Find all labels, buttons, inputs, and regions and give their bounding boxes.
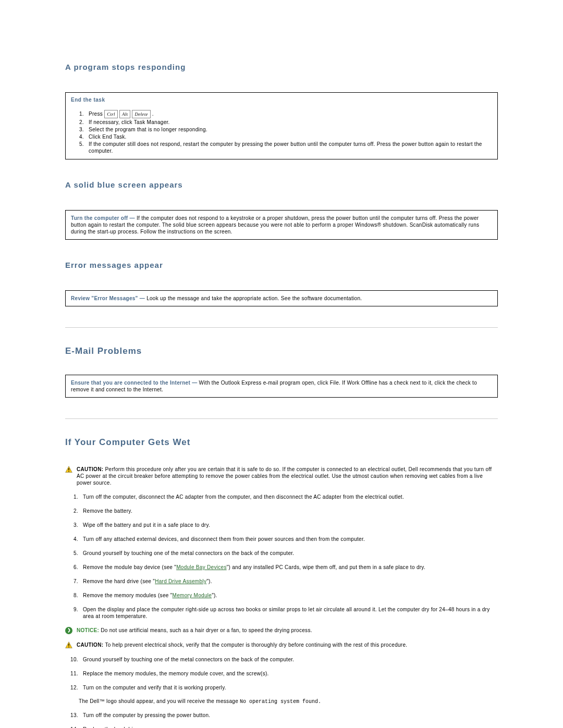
- list-item: Wipe off the battery and put it in a saf…: [80, 522, 498, 528]
- link-hard-drive[interactable]: Hard Drive Assembly: [155, 578, 206, 584]
- wet-steps-3: Turn off the computer by pressing the po…: [65, 712, 498, 728]
- list-item: Replace the memory modules, the memory m…: [80, 670, 498, 677]
- heading-email-problems: E-Mail Problems: [65, 346, 498, 356]
- end-task-steps: Press Ctrl Alt Delete . If necessary, cl…: [71, 110, 492, 154]
- wet-steps-2: Ground yourself by touching one of the m…: [65, 656, 498, 691]
- caution-label: CAUTION:: [77, 642, 105, 648]
- caution-text: To help prevent electrical shock, verify…: [105, 642, 407, 648]
- box-title: End the task: [71, 97, 492, 103]
- list-item: Click End Task.: [85, 133, 492, 140]
- body-text: Look up the message and take the appropr…: [146, 295, 362, 301]
- svg-rect-4: [68, 644, 69, 646]
- key-delete: Delete: [132, 110, 150, 118]
- link-module-bay[interactable]: Module Bay Devices: [176, 564, 227, 570]
- lead-text: Review "Error Messages" —: [71, 295, 146, 301]
- code-text: No operating system found.: [240, 699, 321, 705]
- list-item: Open the display and place the computer …: [80, 606, 498, 620]
- divider: [65, 418, 498, 419]
- key-ctrl: Ctrl: [104, 110, 118, 118]
- list-item: Turn off the computer, disconnect the AC…: [80, 493, 498, 500]
- list-item: Select the program that is no longer res…: [85, 126, 492, 133]
- caution-label: CAUTION:: [77, 466, 105, 472]
- heading-computer-wet: If Your Computer Gets Wet: [65, 437, 498, 448]
- divider: [65, 327, 498, 328]
- list-item: Ground yourself by touching one of the m…: [80, 550, 498, 557]
- list-item: Ground yourself by touching one of the m…: [80, 656, 498, 663]
- notice-callout: NOTICE: Do not use artificial means, suc…: [65, 627, 498, 634]
- list-item: Remove the memory modules (see "Memory M…: [80, 592, 498, 599]
- list-item: Press Ctrl Alt Delete .: [85, 110, 492, 118]
- list-item: If necessary, click Task Manager.: [85, 119, 492, 126]
- caution-icon: [65, 641, 72, 649]
- box-error-msgs: Review "Error Messages" — Look up the me…: [65, 290, 498, 306]
- wet-steps-1: Turn off the computer, disconnect the AC…: [65, 493, 498, 620]
- svg-rect-5: [68, 647, 69, 647]
- heading-program-stops: A program stops responding: [65, 63, 498, 71]
- caution-callout: CAUTION: To help prevent electrical shoc…: [65, 641, 498, 649]
- list-item: Turn on the computer and verify that it …: [80, 684, 498, 691]
- notice-label: NOTICE:: [77, 627, 101, 633]
- lead-text: Ensure that you are connected to the Int…: [71, 380, 199, 386]
- dell-logo-para: The Dell™ logo should appear, and you wi…: [79, 698, 498, 705]
- caution-text: Perform this procedure only after you ar…: [77, 466, 492, 486]
- list-item: If the computer still does not respond, …: [85, 141, 492, 154]
- caution-callout: CAUTION: Perform this procedure only aft…: [65, 466, 498, 486]
- key-alt: Alt: [119, 110, 130, 118]
- lead-text: Turn the computer off —: [71, 215, 137, 221]
- list-item: Replace the hard drive.: [80, 726, 498, 728]
- list-item: Remove the module bay device (see "Modul…: [80, 564, 498, 571]
- notice-icon: [65, 627, 72, 634]
- list-item: Remove the battery.: [80, 508, 498, 514]
- box-end-task: End the task Press Ctrl Alt Delete . If …: [65, 92, 498, 159]
- list-item: Remove the hard drive (see "Hard Drive A…: [80, 578, 498, 585]
- svg-rect-1: [68, 468, 69, 470]
- heading-blue-screen: A solid blue screen appears: [65, 180, 498, 189]
- list-item: Turn off the computer by pressing the po…: [80, 712, 498, 719]
- caution-icon: [65, 466, 72, 473]
- box-email: Ensure that you are connected to the Int…: [65, 375, 498, 398]
- svg-rect-2: [68, 471, 69, 472]
- heading-error-msgs: Error messages appear: [65, 261, 498, 269]
- link-memory-module[interactable]: Memory Module: [173, 593, 212, 598]
- list-item: Turn off any attached external devices, …: [80, 536, 498, 542]
- box-blue-screen: Turn the computer off — If the computer …: [65, 210, 498, 240]
- notice-text: Do not use artificial means, such as a h…: [101, 627, 312, 633]
